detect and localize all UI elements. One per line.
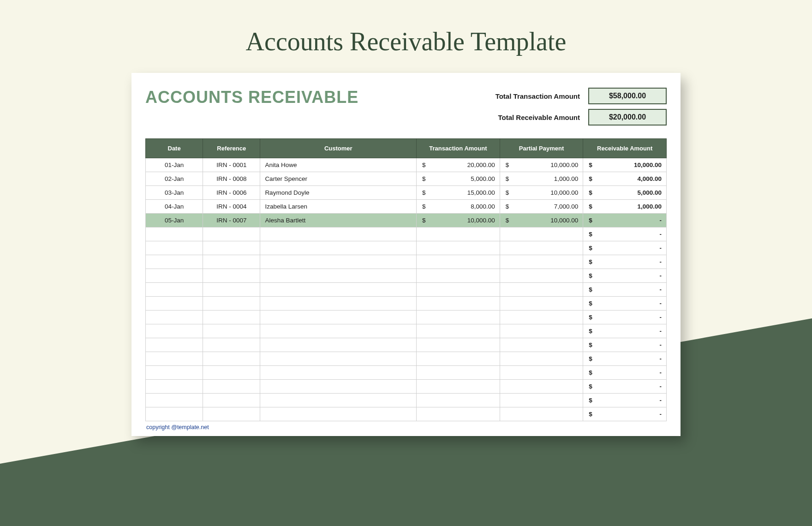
cell — [260, 352, 417, 366]
cell — [146, 380, 203, 394]
cell — [500, 352, 583, 366]
money-cell: $1,000.00 — [583, 200, 667, 214]
cell — [500, 324, 583, 338]
table-row: 05-JanIRN - 0007Alesha Bartlett$10,000.0… — [146, 214, 667, 227]
stage: Accounts Receivable Template ACCOUNTS RE… — [0, 0, 812, 526]
table-row-empty: $- — [146, 366, 667, 380]
table-row-empty: $- — [146, 227, 667, 241]
cell — [146, 338, 203, 352]
cell — [260, 269, 417, 283]
money-cell: $20,000.00 — [417, 158, 500, 172]
cell — [417, 394, 500, 407]
receivables-table: Date Reference Customer Transaction Amou… — [145, 138, 667, 421]
money-cell: $5,000.00 — [417, 172, 500, 186]
money-cell: $10,000.00 — [500, 186, 583, 200]
cell — [417, 338, 500, 352]
page-title: Accounts Receivable Template — [0, 27, 812, 56]
cell — [417, 324, 500, 338]
cell — [203, 283, 260, 297]
table-row: 03-JanIRN - 0006Raymond Doyle$15,000.00$… — [146, 186, 667, 200]
money-cell: $- — [583, 407, 667, 421]
cell — [500, 283, 583, 297]
col-receivable: Receivable Amount — [583, 139, 667, 158]
money-cell: $- — [583, 269, 667, 283]
money-cell: $- — [583, 227, 667, 241]
total-receivable-value: $20,000.00 — [588, 109, 667, 126]
cell: IRN - 0007 — [203, 214, 260, 227]
table-row: 04-JanIRN - 0004Izabella Larsen$8,000.00… — [146, 200, 667, 214]
cell — [260, 324, 417, 338]
table-row-empty: $- — [146, 338, 667, 352]
cell — [500, 338, 583, 352]
money-cell: $- — [583, 380, 667, 394]
cell — [417, 241, 500, 255]
cell — [146, 407, 203, 421]
sheet-title: ACCOUNTS RECEIVABLE — [145, 88, 358, 107]
table-row-empty: $- — [146, 297, 667, 311]
cell — [500, 311, 583, 324]
money-cell: $7,000.00 — [500, 200, 583, 214]
card-header: ACCOUNTS RECEIVABLE Total Transaction Am… — [145, 88, 667, 130]
total-receivable-row: Total Receivable Amount $20,000.00 — [445, 109, 667, 126]
cell — [260, 338, 417, 352]
cell — [260, 311, 417, 324]
cell — [417, 227, 500, 241]
cell — [260, 380, 417, 394]
cell — [203, 407, 260, 421]
col-transaction: Transaction Amount — [417, 139, 500, 158]
cell — [203, 338, 260, 352]
money-cell: $- — [583, 297, 667, 311]
cell — [203, 311, 260, 324]
money-cell: $- — [583, 283, 667, 297]
cell: IRN - 0008 — [203, 172, 260, 186]
cell: 01-Jan — [146, 158, 203, 172]
table-row-empty: $- — [146, 241, 667, 255]
money-cell: $10,000.00 — [500, 214, 583, 227]
cell — [417, 283, 500, 297]
cell — [146, 324, 203, 338]
money-cell: $10,000.00 — [417, 214, 500, 227]
total-transaction-label: Total Transaction Amount — [445, 92, 580, 100]
table-row-empty: $- — [146, 380, 667, 394]
col-customer: Customer — [260, 139, 417, 158]
cell — [500, 269, 583, 283]
cell: IRN - 0006 — [203, 186, 260, 200]
cell — [203, 297, 260, 311]
table-row-empty: $- — [146, 311, 667, 324]
cell — [417, 366, 500, 380]
cell — [203, 241, 260, 255]
money-cell: $- — [583, 394, 667, 407]
cell: Anita Howe — [260, 158, 417, 172]
cell — [203, 269, 260, 283]
money-cell: $10,000.00 — [583, 158, 667, 172]
cell — [260, 283, 417, 297]
table-row-empty: $- — [146, 407, 667, 421]
cell — [146, 227, 203, 241]
total-receivable-label: Total Receivable Amount — [445, 114, 580, 121]
totals-block: Total Transaction Amount $58,000.00 Tota… — [445, 88, 667, 130]
cell — [203, 255, 260, 269]
table-row: 02-JanIRN - 0008Carter Spencer$5,000.00$… — [146, 172, 667, 186]
cell — [146, 366, 203, 380]
cell — [260, 241, 417, 255]
cell: Raymond Doyle — [260, 186, 417, 200]
cell — [146, 269, 203, 283]
cell: Alesha Bartlett — [260, 214, 417, 227]
money-cell: $- — [583, 324, 667, 338]
cell — [146, 311, 203, 324]
cell — [417, 269, 500, 283]
cell — [500, 366, 583, 380]
money-cell: $- — [583, 241, 667, 255]
cell — [146, 255, 203, 269]
money-cell: $4,000.00 — [583, 172, 667, 186]
cell — [203, 324, 260, 338]
cell — [203, 394, 260, 407]
total-transaction-row: Total Transaction Amount $58,000.00 — [445, 88, 667, 104]
money-cell: $- — [583, 255, 667, 269]
cell: 05-Jan — [146, 214, 203, 227]
cell — [417, 380, 500, 394]
cell — [260, 255, 417, 269]
total-transaction-value: $58,000.00 — [588, 88, 667, 104]
cell — [260, 366, 417, 380]
cell — [417, 407, 500, 421]
